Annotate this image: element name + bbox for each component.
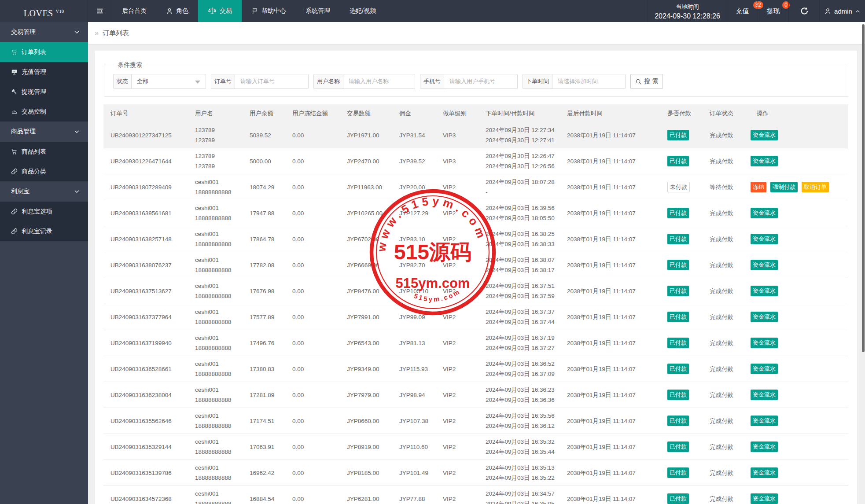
- cell-status: 完成付款: [703, 226, 750, 252]
- nav-item-3[interactable]: 交易: [198, 0, 242, 22]
- table-row-6: UB2409031638076237ceshi00118888888888177…: [103, 252, 848, 278]
- page-scrollbar-thumb[interactable]: [862, 24, 865, 352]
- cell-paid: 已付款: [660, 122, 703, 148]
- pay-time-text: 2024年09月30日 12:27:41: [486, 135, 560, 145]
- action-button-yellow[interactable]: 取消订单: [802, 182, 829, 192]
- action-button-orange[interactable]: 冻结: [751, 182, 766, 192]
- paid-badge-wrap: 已付款: [667, 467, 703, 478]
- page-title: 订单列表: [103, 29, 129, 37]
- cell-balance: 17281.89: [243, 382, 285, 408]
- action-button-teal[interactable]: 资金流水: [751, 338, 778, 348]
- action-button-teal[interactable]: 资金流水: [751, 234, 778, 244]
- cell-actions: 资金流水: [750, 278, 848, 304]
- withdraw-nav-button[interactable]: 提现 0: [758, 0, 788, 22]
- paid-badge-wrap: 已付款: [667, 390, 703, 400]
- user-name-text: ceshi001: [195, 307, 243, 317]
- cell-paid: 已付款: [660, 304, 703, 330]
- user-name-text: ceshi001: [195, 385, 243, 395]
- cell-user: 123789123789: [188, 148, 243, 174]
- paid-status-badge: 已付款: [667, 364, 689, 374]
- order-input[interactable]: 请输入订单号: [235, 74, 308, 88]
- cell-amount: JYP2470.00: [340, 148, 392, 174]
- pay-time-text: 2024年09月03日 16:37:27: [486, 343, 560, 353]
- action-button-teal[interactable]: 资金流水: [751, 260, 778, 270]
- table-row-4: UB2409031639561681ceshi00118888888888179…: [103, 200, 848, 226]
- cell-amount: JYP6543.00: [340, 330, 392, 356]
- cell-times: 2024年09月03日 16:35:132024年09月03日 16:35:22: [479, 460, 560, 486]
- action-button-teal[interactable]: 资金流水: [751, 441, 778, 452]
- phone-input[interactable]: 请输入用户手机号: [444, 74, 517, 88]
- cell-frozen: 0.00: [285, 382, 340, 408]
- sidebar-item-2-1[interactable]: 商品列表: [0, 142, 88, 162]
- action-button-teal[interactable]: 资金流水: [751, 493, 778, 504]
- sidebar-group-2[interactable]: 商品管理: [0, 121, 88, 142]
- pay-time-text: 2024年09月03日 16:37:09: [486, 369, 560, 379]
- cell-times: 2024年09月03日 16:34:572024年09月03日 16:35:05: [479, 486, 560, 504]
- cell-status: 完成付款: [703, 434, 750, 460]
- table-row-3: UB2409031807289409ceshi00118888888888180…: [103, 174, 848, 200]
- cell-actions: 资金流水: [750, 200, 848, 226]
- refresh-button[interactable]: [788, 0, 819, 22]
- status-filter-label: 状态: [114, 74, 132, 88]
- action-button-teal[interactable]: 资金流水: [751, 467, 778, 478]
- cell-commission: JYP101.49: [392, 460, 436, 486]
- time-filter-label: 下单时间: [523, 74, 552, 88]
- cell-balance: 5039.52: [243, 122, 285, 148]
- sidebar-item-1-3[interactable]: 提现管理: [0, 82, 88, 102]
- action-button-teal[interactable]: 资金流水: [751, 312, 778, 322]
- sidebar-item-1-4[interactable]: 交易控制: [0, 102, 88, 121]
- sidebar-item-1-1[interactable]: 订单列表: [0, 42, 88, 62]
- sidebar-item-1-2[interactable]: 充值管理: [0, 62, 88, 82]
- sidebar-item-3-1[interactable]: 利息宝选项: [0, 202, 88, 221]
- action-button-teal[interactable]: 资金流水: [751, 130, 778, 140]
- top-navbar: LOVES V10 后台首页角色交易帮助中心系统管理选妃/视频 当地时间 202…: [0, 0, 865, 22]
- action-button-teal[interactable]: 资金流水: [751, 156, 778, 166]
- cell-level: VIP2: [436, 278, 479, 304]
- cell-user: ceshi00118888888888: [188, 278, 243, 304]
- paid-status-badge: 未付款: [667, 182, 690, 192]
- recharge-nav-button[interactable]: 充值 32: [727, 0, 758, 22]
- paid-status-badge: 已付款: [667, 156, 689, 166]
- sidebar-group-label: 交易管理: [11, 28, 74, 36]
- cell-order-no: UB2409301227347125: [103, 122, 188, 148]
- action-button-teal[interactable]: 资金流水: [751, 286, 778, 296]
- cell-user: ceshi00118888888888: [188, 486, 243, 504]
- cell-paid: 已付款: [660, 330, 703, 356]
- sidebar-group-3[interactable]: 利息宝: [0, 181, 88, 202]
- time-input[interactable]: 请选择添加时间: [552, 74, 625, 88]
- paid-badge-wrap: 已付款: [667, 416, 703, 426]
- nav-item-2[interactable]: 角色: [156, 0, 198, 22]
- nav-item-1[interactable]: 后台首页: [112, 0, 156, 22]
- cell-last-pay-time: 2038年01月19日 11:14:07: [560, 330, 660, 356]
- status-select[interactable]: 全部: [132, 74, 206, 88]
- phone-input-placeholder: 请输入用户手机号: [449, 77, 495, 85]
- cell-paid: 已付款: [660, 356, 703, 382]
- sidebar-toggle-button[interactable]: [88, 0, 112, 22]
- table-row-11: UB2409031636238004ceshi00118888888888172…: [103, 382, 848, 408]
- paid-status-badge: 已付款: [667, 208, 689, 218]
- sidebar-item-2-2[interactable]: 商品分类: [0, 162, 88, 181]
- cell-frozen: 0.00: [285, 304, 340, 330]
- cell-amount: JYP6702.00: [340, 226, 392, 252]
- action-button-teal[interactable]: 资金流水: [751, 390, 778, 400]
- chevron-down-icon: [74, 29, 80, 36]
- sidebar-item-3-2[interactable]: 利息宝记录: [0, 221, 88, 241]
- user-input[interactable]: 请输入用户名称: [343, 74, 415, 88]
- nav-item-6[interactable]: 选妃/视频: [340, 0, 386, 22]
- cell-order-no: UB2409031637377964: [103, 304, 188, 330]
- cell-level: VIP3: [436, 122, 479, 148]
- user-name-text: 123789: [195, 125, 243, 135]
- action-button-teal[interactable]: 资金流水: [751, 416, 778, 426]
- nav-item-4[interactable]: 帮助中心: [242, 0, 296, 22]
- sidebar-group-1[interactable]: 交易管理: [0, 22, 88, 42]
- action-button-teal[interactable]: 资金流水: [751, 364, 778, 374]
- action-button-teal[interactable]: 资金流水: [751, 208, 778, 218]
- cell-amount: JYP8185.00: [340, 460, 392, 486]
- cart-icon: [11, 148, 18, 155]
- cell-last-pay-time: 2038年01月19日 11:14:07: [560, 122, 660, 148]
- search-button[interactable]: 搜 索: [630, 74, 663, 89]
- user-menu[interactable]: admin: [819, 0, 865, 22]
- action-button-teal[interactable]: 强制付款: [770, 182, 798, 192]
- cell-order-no: UB2409031637513627: [103, 278, 188, 304]
- nav-item-5[interactable]: 系统管理: [296, 0, 340, 22]
